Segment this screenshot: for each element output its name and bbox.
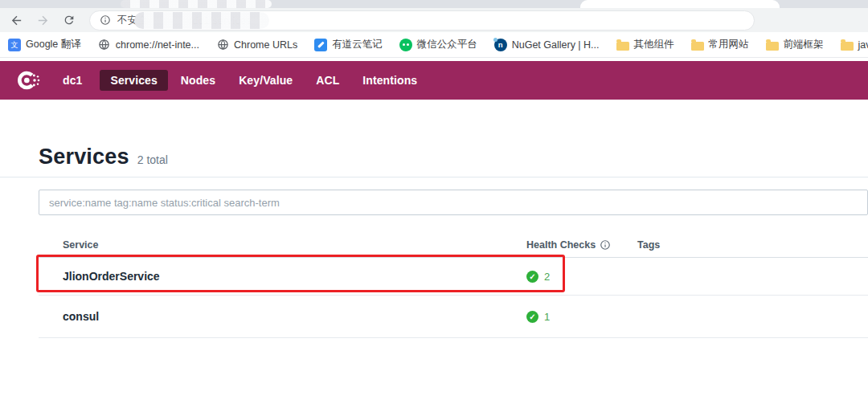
service-name[interactable]: JlionOrderService: [39, 270, 526, 283]
browser-toolbar: 不安全 /dc1/services: [0, 8, 868, 32]
info-icon[interactable]: [600, 239, 611, 251]
consul-logo[interactable]: [16, 67, 42, 93]
passing-check-count: 1: [544, 311, 550, 323]
folder-icon: [616, 42, 629, 51]
wechat-icon: [399, 39, 412, 51]
bookmark-google-translate[interactable]: 文 Google 翻译: [8, 38, 81, 51]
browser-window: 不安全 /dc1/services 文 Google 翻译 chrome://n…: [0, 0, 868, 412]
redaction-blur: [121, 0, 272, 8]
column-header-health-checks: Health Checks: [526, 239, 637, 251]
table-row-jlionorderservice[interactable]: JlionOrderService ✓ 2: [39, 258, 868, 296]
bookmark-folder-common-sites[interactable]: 常用网站: [691, 38, 749, 51]
folder-icon: [691, 42, 704, 51]
table-header-row: Service Health Checks Tags: [39, 232, 868, 258]
tab-acl[interactable]: ACL: [305, 70, 350, 91]
bookmark-youdao-note[interactable]: 有道云笔记: [314, 38, 383, 51]
active-tab-top: [580, 0, 780, 8]
tab-keyvalue[interactable]: Key/Value: [228, 70, 303, 91]
column-header-service: Service: [39, 239, 526, 251]
page-header: Services 2 total: [39, 145, 868, 169]
tab-intentions[interactable]: Intentions: [352, 70, 428, 91]
datacenter-selector[interactable]: dc1: [55, 70, 90, 91]
search-input[interactable]: [39, 190, 868, 215]
translate-icon: 文: [8, 39, 21, 51]
bookmark-nuget-gallery[interactable]: n NuGet Gallery | H...: [494, 39, 600, 51]
consul-navbar: dc1 Services Nodes Key/Value ACL Intenti…: [0, 61, 868, 100]
tab-strip: [0, 0, 868, 8]
services-total-count: 2 total: [137, 153, 168, 166]
tab-nodes[interactable]: Nodes: [170, 70, 226, 91]
reload-icon: [63, 14, 76, 27]
bookmark-folder-frontend-frameworks[interactable]: 前端框架: [766, 38, 824, 51]
bookmark-net-internals[interactable]: chrome://net-inte...: [98, 39, 199, 51]
bookmark-wechat-platform[interactable]: 微信公众平台: [399, 38, 477, 51]
redaction-blur: [134, 12, 269, 29]
passing-check-count: 2: [544, 271, 550, 283]
address-bar[interactable]: 不安全 /dc1/services: [89, 10, 755, 31]
column-header-tags: Tags: [637, 239, 868, 251]
globe-icon: [216, 39, 229, 51]
back-button[interactable]: [6, 10, 27, 31]
tab-services[interactable]: Services: [100, 70, 167, 91]
bookmark-folder-other-components[interactable]: 其他组件: [616, 38, 674, 51]
bookmark-folder-java[interactable]: java: [841, 39, 868, 51]
passing-check-icon: ✓: [526, 311, 538, 323]
back-icon: [10, 14, 23, 27]
health-status-badge: ✓ 1: [526, 311, 550, 323]
globe-icon: [98, 39, 111, 51]
bookmarks-bar: 文 Google 翻译 chrome://net-inte... Chrome …: [0, 32, 868, 58]
services-table: Service Health Checks Tags JlionOrderSer…: [39, 232, 868, 338]
reload-button[interactable]: [59, 10, 80, 31]
folder-icon: [841, 42, 854, 51]
page-info-icon[interactable]: [100, 14, 111, 26]
header-divider: [0, 177, 868, 177]
passing-check-icon: ✓: [526, 271, 538, 283]
folder-icon: [766, 42, 779, 51]
nuget-icon: n: [494, 39, 507, 51]
table-row-consul[interactable]: consul ✓ 1: [39, 296, 868, 338]
bookmark-chrome-urls[interactable]: Chrome URLs: [216, 39, 297, 51]
note-icon: [314, 39, 327, 51]
services-page: Services 2 total Service Health Checks T…: [0, 100, 868, 412]
health-status-badge: ✓ 2: [526, 271, 550, 283]
forward-button[interactable]: [32, 10, 53, 31]
forward-icon: [36, 14, 50, 27]
page-title: Services: [39, 145, 129, 169]
service-name[interactable]: consul: [39, 310, 526, 323]
